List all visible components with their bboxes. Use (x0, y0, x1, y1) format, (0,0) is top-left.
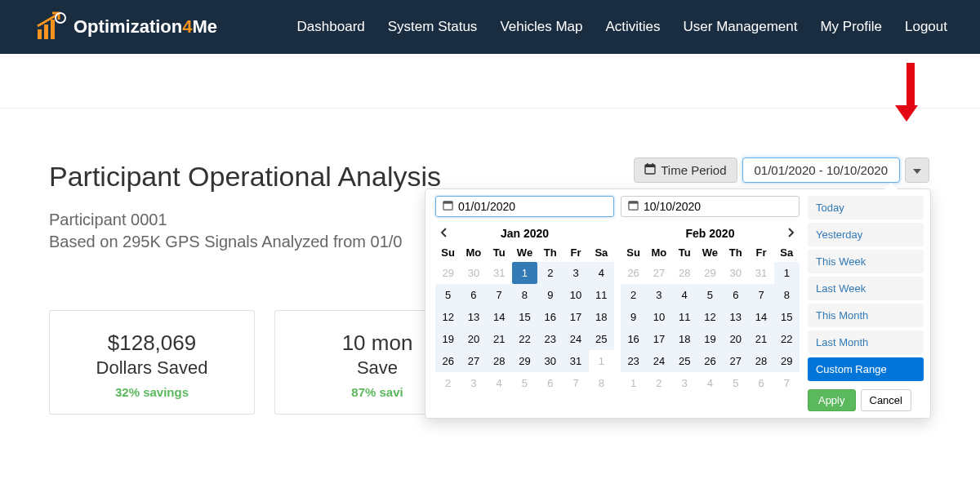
day-cell[interactable]: 3 (646, 284, 671, 306)
day-cell[interactable]: 19 (697, 328, 723, 350)
preset-today[interactable]: Today (808, 196, 924, 220)
day-cell[interactable]: 11 (672, 306, 697, 328)
day-cell[interactable]: 26 (435, 350, 461, 372)
day-cell[interactable]: 6 (723, 284, 748, 306)
day-cell[interactable]: 31 (487, 262, 512, 284)
day-cell[interactable]: 10 (563, 284, 588, 306)
day-cell[interactable]: 31 (563, 350, 588, 372)
day-cell[interactable]: 20 (723, 328, 748, 350)
day-cell[interactable]: 19 (435, 328, 461, 350)
day-cell[interactable]: 6 (748, 372, 773, 394)
nav-activities[interactable]: Activities (606, 19, 661, 35)
day-cell[interactable]: 27 (461, 350, 486, 372)
day-cell[interactable]: 21 (748, 328, 773, 350)
day-cell[interactable]: 7 (774, 372, 800, 394)
day-cell[interactable]: 25 (672, 350, 697, 372)
day-cell[interactable]: 4 (589, 262, 614, 284)
start-date-input[interactable]: 01/01/2020 (435, 196, 614, 217)
date-range-caret-button[interactable] (905, 157, 929, 183)
preset-last-week[interactable]: Last Week (808, 277, 924, 300)
day-cell[interactable]: 22 (774, 328, 800, 350)
day-cell[interactable]: 28 (748, 350, 773, 372)
day-cell[interactable]: 1 (512, 262, 537, 284)
day-cell[interactable]: 21 (487, 328, 512, 350)
day-cell[interactable]: 29 (697, 262, 723, 284)
day-cell[interactable]: 4 (672, 284, 697, 306)
preset-this-week[interactable]: This Week (808, 250, 924, 273)
day-cell[interactable]: 5 (723, 372, 748, 394)
day-cell[interactable]: 29 (435, 262, 461, 284)
day-cell[interactable]: 23 (621, 350, 646, 372)
preset-custom-range[interactable]: Custom Range (808, 357, 924, 381)
day-cell[interactable]: 2 (537, 262, 563, 284)
nav-system-status[interactable]: System Status (388, 19, 478, 35)
next-month-button[interactable] (783, 227, 800, 240)
day-cell[interactable]: 1 (621, 372, 646, 394)
day-cell[interactable]: 24 (646, 350, 671, 372)
day-cell[interactable]: 18 (672, 328, 697, 350)
preset-last-month[interactable]: Last Month (808, 330, 924, 354)
apply-button[interactable]: Apply (808, 389, 856, 411)
day-cell[interactable]: 15 (774, 306, 800, 328)
day-cell[interactable]: 16 (537, 306, 563, 328)
day-cell[interactable]: 30 (461, 262, 486, 284)
day-cell[interactable]: 17 (646, 328, 671, 350)
day-cell[interactable]: 22 (512, 328, 537, 350)
day-cell[interactable]: 26 (697, 350, 723, 372)
day-cell[interactable]: 27 (646, 262, 671, 284)
day-cell[interactable]: 8 (774, 284, 800, 306)
day-cell[interactable]: 5 (512, 372, 537, 394)
day-cell[interactable]: 18 (589, 306, 614, 328)
day-cell[interactable]: 3 (672, 372, 697, 394)
day-cell[interactable]: 31 (748, 262, 773, 284)
day-cell[interactable]: 15 (512, 306, 537, 328)
day-cell[interactable]: 30 (723, 262, 748, 284)
day-cell[interactable]: 4 (697, 372, 723, 394)
date-range-display[interactable]: 01/01/2020 - 10/10/2020 (742, 157, 900, 183)
preset-yesterday[interactable]: Yesterday (808, 223, 924, 246)
nav-logout[interactable]: Logout (905, 19, 947, 35)
day-cell[interactable]: 3 (563, 262, 588, 284)
end-date-input[interactable]: 10/10/2020 (621, 196, 800, 217)
day-cell[interactable]: 5 (697, 284, 723, 306)
nav-dashboard[interactable]: Dashboard (297, 19, 365, 35)
day-cell[interactable]: 12 (697, 306, 723, 328)
day-cell[interactable]: 9 (537, 284, 563, 306)
day-cell[interactable]: 7 (487, 284, 512, 306)
day-cell[interactable]: 8 (512, 284, 537, 306)
nav-user-management[interactable]: User Management (684, 19, 798, 35)
day-cell[interactable]: 5 (435, 284, 461, 306)
day-cell[interactable]: 28 (487, 350, 512, 372)
nav-my-profile[interactable]: My Profile (820, 19, 882, 35)
brand-logo[interactable]: Optimization4Me (33, 10, 217, 44)
day-cell[interactable]: 14 (748, 306, 773, 328)
day-cell[interactable]: 27 (723, 350, 748, 372)
day-cell[interactable]: 29 (774, 350, 800, 372)
day-cell[interactable]: 6 (461, 284, 486, 306)
day-cell[interactable]: 23 (537, 328, 563, 350)
day-cell[interactable]: 30 (537, 350, 563, 372)
preset-this-month[interactable]: This Month (808, 304, 924, 327)
day-cell[interactable]: 25 (589, 328, 614, 350)
day-cell[interactable]: 1 (774, 262, 800, 284)
day-cell[interactable]: 9 (621, 306, 646, 328)
cancel-button[interactable]: Cancel (861, 389, 911, 411)
day-cell[interactable]: 26 (621, 262, 646, 284)
day-cell[interactable]: 11 (589, 284, 614, 306)
day-cell[interactable]: 29 (512, 350, 537, 372)
day-cell[interactable]: 28 (672, 262, 697, 284)
day-cell[interactable]: 7 (563, 372, 588, 394)
day-cell[interactable]: 17 (563, 306, 588, 328)
day-cell[interactable]: 14 (487, 306, 512, 328)
day-cell[interactable]: 10 (646, 306, 671, 328)
day-cell[interactable]: 2 (621, 284, 646, 306)
nav-vehicles-map[interactable]: Vehicles Map (500, 19, 582, 35)
time-period-button[interactable]: Time Period (634, 157, 737, 183)
prev-month-button[interactable] (435, 227, 452, 240)
day-cell[interactable]: 2 (646, 372, 671, 394)
day-cell[interactable]: 3 (461, 372, 486, 394)
day-cell[interactable]: 7 (748, 284, 773, 306)
day-cell[interactable]: 4 (487, 372, 512, 394)
day-cell[interactable]: 12 (435, 306, 461, 328)
day-cell[interactable]: 13 (461, 306, 486, 328)
